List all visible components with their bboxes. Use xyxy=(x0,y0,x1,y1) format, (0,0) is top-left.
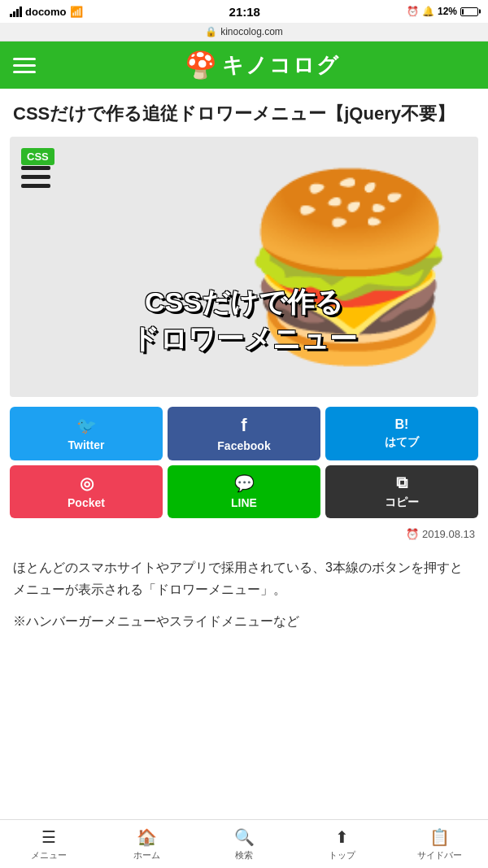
article-date: ⏰ 2019.08.13 xyxy=(0,523,488,550)
twitter-label: Twitter xyxy=(68,438,105,451)
battery-icon xyxy=(460,7,478,16)
article-paragraph-2: ※ハンバーガーメニューやスライドメニューなど xyxy=(13,610,475,632)
hero-overlay-text: CSSだけで作る ドロワーメニュー xyxy=(10,284,478,355)
site-header: 🍄 キノコログ xyxy=(0,41,488,89)
lock-icon: 🔒 xyxy=(205,26,217,37)
pocket-label: Pocket xyxy=(68,496,105,509)
time-display: 21:18 xyxy=(229,5,260,19)
wifi-icon: 📶 xyxy=(70,6,83,18)
line-share-button[interactable]: 💬 LINE xyxy=(168,465,320,518)
hamburger-decoration xyxy=(21,166,50,188)
mushroom-icon: 🍄 xyxy=(185,50,217,81)
pocket-share-button[interactable]: ◎ Pocket xyxy=(10,465,163,518)
facebook-icon: f xyxy=(241,415,246,436)
battery-percent: 12% xyxy=(438,6,457,17)
facebook-label: Facebook xyxy=(217,439,270,452)
hatena-label: はてブ xyxy=(385,435,419,450)
copy-label: コピー xyxy=(385,495,419,510)
copy-share-button[interactable]: ⧉ コピー xyxy=(325,465,478,518)
article-title: CSSだけで作る追従ドロワーメニュー【jQuery不要】 xyxy=(0,89,488,137)
twitter-share-button[interactable]: 🐦 Twitter xyxy=(10,407,163,460)
url-bar[interactable]: 🔒 kinocolog.com xyxy=(0,23,488,41)
hatena-share-button[interactable]: B! はてブ xyxy=(325,407,478,460)
share-row-2: ◎ Pocket 💬 LINE ⧉ コピー xyxy=(10,465,478,518)
line-icon: 💬 xyxy=(234,473,255,493)
status-bar: docomo 📶 21:18 ⏰ 🔔 12% xyxy=(0,0,488,23)
hatena-icon: B! xyxy=(395,417,409,432)
signal-icon xyxy=(10,7,22,17)
menu-button[interactable] xyxy=(13,58,36,73)
line-label: LINE xyxy=(231,496,257,509)
copy-icon: ⧉ xyxy=(396,473,407,492)
clock-icon: ⏰ xyxy=(407,6,419,17)
facebook-share-button[interactable]: f Facebook xyxy=(168,407,320,460)
share-buttons: 🐦 Twitter f Facebook B! はてブ ◎ Pocket 💬 L… xyxy=(10,407,478,518)
article-body: ほとんどのスマホサイトやアプリで採用されている、3本線のボタンを押すとメニューが… xyxy=(0,550,488,698)
site-logo: 🍄 キノコログ xyxy=(49,50,475,81)
css-badge: CSS xyxy=(21,148,54,165)
alarm-icon: 🔔 xyxy=(422,6,434,17)
carrier-name: docomo xyxy=(25,6,67,18)
date-text: 2019.08.13 xyxy=(422,528,475,540)
twitter-icon: 🐦 xyxy=(76,416,97,435)
battery-info: ⏰ 🔔 12% xyxy=(407,6,478,17)
logo-text: キノコログ xyxy=(222,51,340,80)
share-row-1: 🐦 Twitter f Facebook B! はてブ xyxy=(10,407,478,460)
pocket-icon: ◎ xyxy=(80,473,94,493)
url-text: kinocolog.com xyxy=(220,26,283,37)
article-paragraph-1: ほとんどのスマホサイトやアプリで採用されている、3本線のボタンを押すとメニューが… xyxy=(13,556,475,600)
clock-icon: ⏰ xyxy=(406,528,419,540)
hero-image: CSS 🍔 CSSだけで作る ドロワーメニュー xyxy=(10,137,478,397)
carrier-info: docomo 📶 xyxy=(10,6,83,18)
